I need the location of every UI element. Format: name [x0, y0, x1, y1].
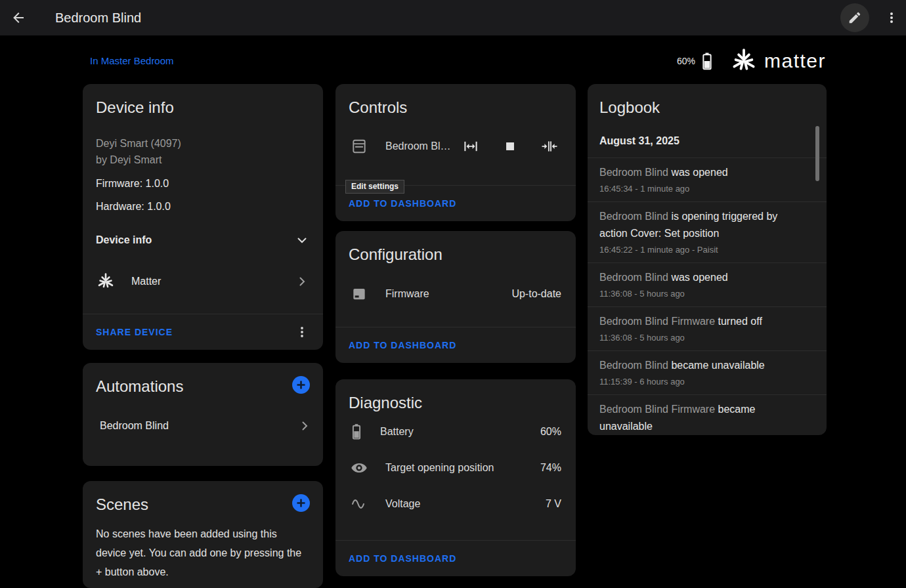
chevron-right-icon: [297, 418, 313, 434]
matter-logo-icon: [729, 47, 758, 75]
page-title: Bedroom Blind: [55, 10, 141, 26]
device-info-expander-label: Device info: [96, 234, 152, 246]
logbook-entry: Bedroom Blind Firmware became unavailabl…: [588, 394, 827, 435]
logbook-entity-link[interactable]: Bedroom Blind: [599, 360, 668, 371]
edit-settings-tooltip: Edit settings: [345, 180, 404, 194]
diagnostic-card: Diagnostic Battery 60% Target opening: [335, 379, 576, 576]
logbook-scrollbar-thumb[interactable]: [815, 126, 819, 181]
controls-add-to-dashboard-button[interactable]: ADD TO DASHBOARD: [349, 196, 456, 211]
logbook-entity-link[interactable]: Bedroom Blind: [599, 211, 668, 222]
logbook-action: was opened: [671, 167, 727, 178]
logbook-timestamp: 11:36:08 - 5 hours ago: [599, 286, 807, 302]
logbook-entity-link[interactable]: Bedroom Blind: [599, 167, 668, 178]
cover-close-icon: [541, 138, 558, 155]
logbook-date-header: August 31, 2025: [588, 133, 827, 149]
logbook-action: was opened: [671, 272, 727, 283]
target-position-row[interactable]: Target opening position 74%: [335, 450, 576, 486]
voltage-value: 7 V: [546, 498, 561, 510]
controls-card: Controls Bedroom Bl…: [335, 84, 576, 221]
device-firmware-version: Firmware: 1.0.0: [96, 177, 310, 190]
battery-row[interactable]: Battery 60%: [335, 413, 576, 450]
firmware-icon: [351, 285, 368, 303]
device-model: Deyi Smart (4097): [96, 135, 310, 152]
logbook-timestamp: 11:36:08 - 5 hours ago: [599, 330, 807, 346]
logbook-action: became unavailable: [671, 360, 764, 371]
automation-item-label: Bedroom Blind: [100, 420, 169, 432]
cover-entity-name[interactable]: Bedroom Bl…: [385, 140, 462, 152]
integration-label: Matter: [131, 276, 294, 287]
logbook-entity-link[interactable]: Bedroom Blind Firmware: [599, 316, 715, 327]
cover-stop-button[interactable]: [502, 138, 519, 155]
battery-percent-label: 60%: [677, 56, 695, 66]
scenes-title: Scenes: [83, 481, 162, 515]
scenes-card: Scenes No scenes have been added using t…: [83, 481, 323, 588]
automations-card: Automations Bedroom Blind: [83, 363, 323, 466]
firmware-value: Up-to-date: [511, 288, 561, 300]
configuration-card: Configuration Firmware Up-to-date ADD TO…: [335, 231, 576, 363]
cover-stop-icon: [502, 138, 519, 155]
eye-icon: [351, 459, 368, 476]
target-position-label: Target opening position: [385, 462, 540, 474]
voltage-row[interactable]: Voltage 7 V: [335, 486, 576, 522]
edit-device-button[interactable]: [840, 3, 869, 32]
app-bar: Bedroom Blind: [0, 0, 906, 35]
overflow-menu-button[interactable]: [878, 10, 905, 26]
logbook-timestamp: 16:45:34 - 1 minute ago: [599, 181, 807, 197]
kebab-menu-icon: [884, 10, 899, 26]
logbook-entry: Bedroom Blind Firmware turned off 11:36:…: [588, 306, 827, 350]
automation-item-bedroom-blind[interactable]: Bedroom Blind: [83, 418, 323, 434]
device-card-kebab-menu[interactable]: [294, 324, 310, 340]
share-device-button[interactable]: SHARE DEVICE: [96, 324, 173, 340]
back-button[interactable]: [0, 10, 37, 26]
target-position-value: 74%: [540, 462, 561, 474]
logbook-entry: Bedroom Blind was opened 11:36:08 - 5 ho…: [588, 262, 827, 306]
add-scene-button[interactable]: [292, 494, 310, 512]
device-manufacturer: by Deyi Smart: [96, 152, 310, 168]
automations-title: Automations: [83, 363, 196, 397]
arrow-left-icon: [11, 10, 26, 26]
scenes-empty-text: No scenes have been added using this dev…: [83, 515, 323, 581]
controls-title: Controls: [335, 84, 576, 118]
device-info-title: Device info: [83, 84, 323, 118]
cover-entity-row: Bedroom Bl…: [335, 138, 576, 155]
logbook-action: turned off: [718, 316, 762, 327]
logbook-timestamp: 11:15:39 - 6 hours ago: [599, 374, 807, 390]
area-breadcrumb-link[interactable]: In Master Bedroom: [90, 55, 174, 66]
cover-close-button[interactable]: [541, 138, 558, 155]
battery-value: 60%: [540, 426, 561, 438]
pencil-icon: [848, 10, 862, 25]
firmware-row[interactable]: Firmware Up-to-date: [335, 285, 576, 303]
cover-open-icon: [462, 138, 479, 155]
sine-wave-icon: [351, 495, 368, 513]
battery-label: Battery: [380, 426, 540, 438]
device-info-card: Device info Deyi Smart (4097) by Deyi Sm…: [83, 84, 323, 350]
chevron-down-icon: [294, 232, 310, 248]
matter-wordmark: matter: [764, 50, 826, 72]
add-automation-button[interactable]: [292, 376, 310, 394]
logbook-entity-link[interactable]: Bedroom Blind: [599, 272, 668, 283]
logbook-card: Logbook August 31, 2025 Bedroom Blind wa…: [588, 84, 827, 435]
device-brand-row: 60% matter: [677, 45, 826, 77]
configuration-title: Configuration: [335, 231, 576, 265]
integration-row-matter[interactable]: Matter: [96, 272, 310, 291]
matter-integration-icon: [96, 272, 116, 291]
battery-icon: [701, 51, 714, 71]
logbook-title: Logbook: [588, 84, 827, 118]
logbook-entry: Bedroom Blind is opening triggered by ac…: [588, 201, 827, 262]
firmware-label: Firmware: [385, 288, 511, 300]
diagnostic-add-to-dashboard-button[interactable]: ADD TO DASHBOARD: [349, 551, 456, 566]
device-page: Bedroom Blind In Master Bedroom 60%: [0, 0, 906, 588]
battery-icon: [351, 423, 362, 440]
roller-shade-icon: [351, 138, 368, 155]
logbook-entry: Bedroom Blind became unavailable 11:15:3…: [588, 350, 827, 394]
logbook-list: Bedroom Blind was opened 16:45:34 - 1 mi…: [588, 158, 827, 435]
device-model-and-manufacturer: Deyi Smart (4097) by Deyi Smart: [96, 135, 310, 168]
device-hardware-version: Hardware: 1.0.0: [96, 200, 310, 213]
cover-open-button[interactable]: [462, 138, 479, 155]
configuration-add-to-dashboard-button[interactable]: ADD TO DASHBOARD: [349, 337, 456, 353]
logbook-timestamp: 16:45:22 - 1 minute ago - Paisit: [599, 242, 807, 258]
chevron-right-icon: [294, 274, 310, 289]
logbook-entry: Bedroom Blind was opened 16:45:34 - 1 mi…: [588, 158, 827, 201]
logbook-entity-link[interactable]: Bedroom Blind Firmware: [599, 404, 715, 415]
device-info-expander[interactable]: Device info: [96, 232, 310, 248]
